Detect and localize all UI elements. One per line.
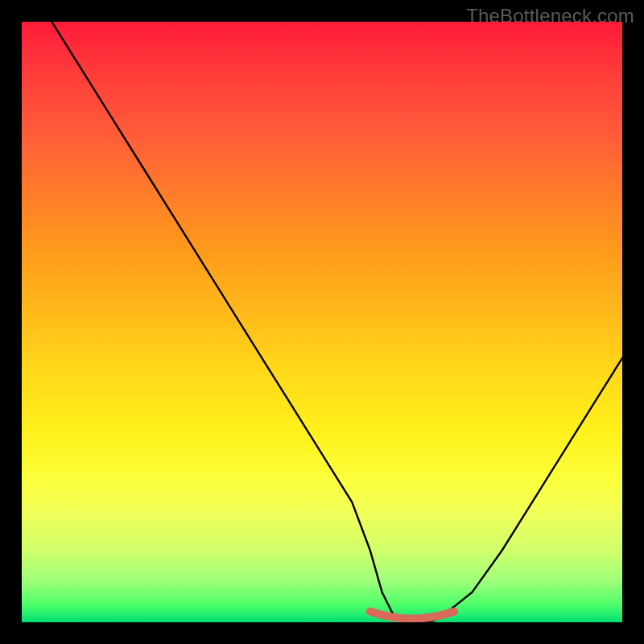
chart-container: TheBottleneck.com [0, 0, 644, 644]
optimal-range-marker-line [370, 612, 454, 619]
bottleneck-curve-line [52, 22, 622, 622]
plot-area [22, 22, 622, 622]
chart-svg [22, 22, 622, 622]
